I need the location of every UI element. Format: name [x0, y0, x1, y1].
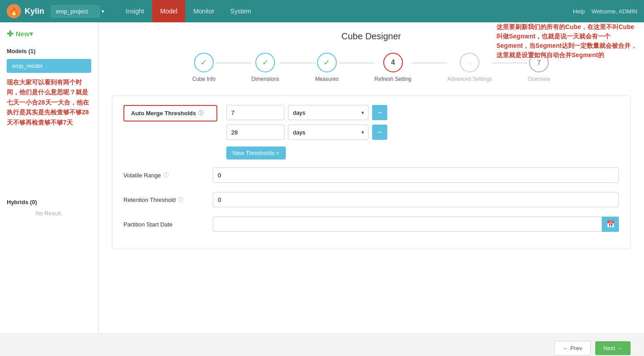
step-refresh-setting: 4 Refresh Setting	[374, 53, 411, 82]
retention-threshold-label: Retention Threshold ⓘ	[123, 196, 213, 204]
plus-icon: ✚	[7, 29, 13, 39]
step-label-6: Overview	[528, 76, 550, 82]
step-circle-3: ✓	[317, 53, 337, 72]
nav-links: Insight Model Monitor System	[118, 0, 259, 22]
volatile-range-info-icon[interactable]: ⓘ	[163, 172, 169, 179]
hybrids-title: Hybrids (0)	[7, 199, 91, 205]
step-overview: 7 Overview	[528, 53, 550, 82]
volatile-range-label: Volatile Range ⓘ	[123, 172, 213, 179]
step-circle-5: ...	[460, 53, 479, 72]
step-advanced: ... Advanced Settings	[447, 53, 492, 82]
step-circle-6: 7	[529, 53, 549, 72]
remove-threshold-1[interactable]: −	[372, 105, 387, 120]
partition-start-date-row: Partition Start Date 📅	[123, 215, 619, 233]
help-link[interactable]: Help	[573, 8, 585, 15]
connector-2	[280, 63, 315, 63]
auto-merge-label: Auto Merge Thresholds ⓘ	[123, 105, 217, 121]
partition-start-date-label: Partition Start Date	[123, 221, 213, 228]
models-title: Models (1)	[7, 48, 91, 54]
threshold-unit-1[interactable]: days hours minutes	[288, 105, 369, 120]
threshold-row-2: days hours minutes −	[226, 125, 619, 140]
auto-merge-info-icon[interactable]: ⓘ	[198, 109, 203, 117]
threshold-unit-wrapper-1: days hours minutes	[288, 105, 369, 120]
new-button[interactable]: ✚ New▾	[7, 29, 91, 39]
threshold-value-1[interactable]	[226, 105, 284, 120]
prev-button[interactable]: ← Prev	[554, 341, 590, 356]
step-label-5: Advanced Settings	[447, 76, 492, 82]
nav-model[interactable]: Model	[152, 0, 185, 22]
sidebar: ✚ New▾ Models (1) emp_model 现在大家可以看到有两个时…	[0, 22, 98, 334]
nav-monitor[interactable]: Monitor	[185, 0, 222, 22]
connector-5	[492, 63, 528, 63]
step-measures: ✓ Measures	[315, 53, 339, 82]
threshold-unit-2[interactable]: days hours minutes	[288, 125, 369, 140]
cube-designer-title: Cube Designer	[112, 31, 631, 42]
no-result-label: No Result.	[7, 210, 91, 217]
step-label-2: Dimensions	[251, 76, 280, 82]
content-area: 这里要刷新我们的所有的Cube，在这里不叫Cube叫做Segment，也就是说一…	[98, 22, 644, 334]
threshold-row-1: days hours minutes −	[226, 105, 619, 120]
new-threshold-button[interactable]: New Thresholds +	[226, 147, 286, 159]
step-cube-info: ✓ Cube Info	[192, 53, 216, 82]
connector-4	[411, 63, 447, 63]
brand-logo[interactable]: 🔥 Kylin	[7, 4, 44, 18]
retention-threshold-input[interactable]	[213, 192, 619, 207]
step-dimensions: ✓ Dimensions	[251, 53, 280, 82]
main-container: ✚ New▾ Models (1) emp_model 现在大家可以看到有两个时…	[0, 22, 644, 334]
step-label-1: Cube Info	[192, 76, 216, 82]
welcome-label[interactable]: Welcome, ADMIN	[592, 8, 637, 15]
step-circle-2: ✓	[255, 53, 275, 72]
next-button[interactable]: Next →	[595, 341, 631, 355]
project-select[interactable]: emp_project	[51, 5, 100, 17]
left-annotation: 现在大家可以看到有两个时间，他们是什么意思呢？就是七天一小合28天一大合，他在执…	[7, 77, 91, 127]
remove-threshold-2[interactable]: −	[372, 125, 387, 140]
kylin-logo-icon: 🔥	[7, 4, 21, 18]
step-label-3: Measures	[315, 76, 339, 82]
calendar-icon-button[interactable]: 📅	[602, 217, 619, 232]
nav-insight[interactable]: Insight	[118, 0, 152, 22]
step-circle-4: 4	[383, 53, 403, 72]
navbar: 🔥 Kylin emp_project Insight Model Monito…	[0, 0, 644, 22]
form-section: Auto Merge Thresholds ⓘ days hours minu	[112, 96, 631, 249]
retention-threshold-row: Retention Threshold ⓘ	[123, 191, 619, 209]
step-circle-1: ✓	[194, 53, 214, 72]
partition-start-date-input[interactable]	[213, 217, 602, 232]
threshold-value-2[interactable]	[226, 125, 284, 140]
threshold-unit-wrapper-2: days hours minutes	[288, 125, 369, 140]
stepper: ✓ Cube Info ✓ Dimensions ✓ Measures 4 Re	[112, 53, 631, 82]
partition-date-wrapper: 📅	[213, 217, 619, 232]
connector-1	[216, 63, 251, 63]
project-select-wrapper: emp_project	[51, 5, 109, 17]
threshold-inputs: days hours minutes −	[226, 105, 619, 159]
connector-3	[339, 63, 374, 63]
nav-system[interactable]: System	[222, 0, 259, 22]
new-label: New▾	[16, 30, 33, 38]
volatile-range-input[interactable]	[213, 168, 619, 183]
model-item[interactable]: emp_model	[7, 59, 91, 73]
volatile-range-row: Volatile Range ⓘ	[123, 166, 619, 184]
brand-name: Kylin	[25, 7, 44, 16]
footer-buttons: ← Prev Next →	[0, 334, 644, 356]
auto-merge-row: Auto Merge Thresholds ⓘ days hours minu	[123, 105, 619, 159]
retention-threshold-info-icon[interactable]: ⓘ	[178, 196, 183, 204]
step-label-4: Refresh Setting	[374, 76, 411, 82]
navbar-right: Help Welcome, ADMIN	[573, 8, 637, 15]
